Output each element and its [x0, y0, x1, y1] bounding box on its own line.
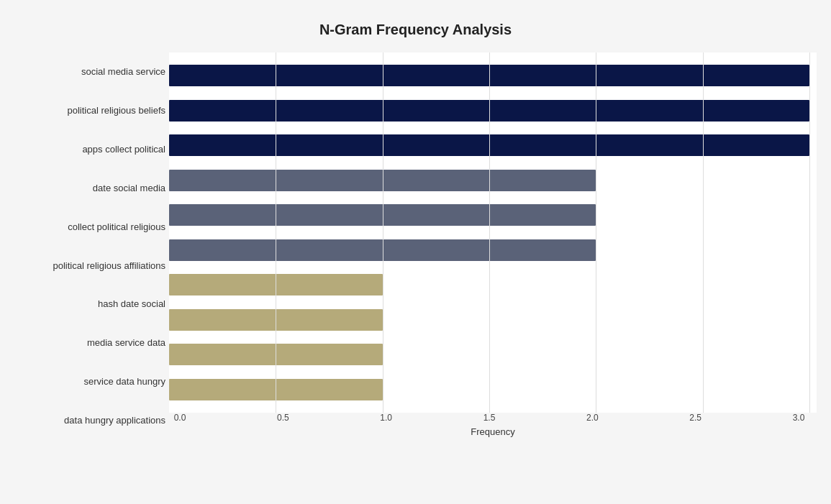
bar — [169, 204, 596, 226]
bar — [169, 65, 809, 86]
bar-row — [169, 341, 809, 368]
bar-row — [169, 201, 809, 229]
grid-line — [809, 52, 810, 413]
y-label: media service data — [14, 336, 165, 350]
bar — [169, 274, 383, 295]
chart-title: N-Gram Frequency Analysis — [14, 14, 817, 38]
bar-row — [169, 237, 809, 264]
bar — [169, 344, 383, 365]
chart-container: N-Gram Frequency Analysis social media s… — [0, 0, 831, 504]
bar — [169, 134, 809, 156]
bar — [169, 379, 383, 400]
x-ticks: 0.00.51.01.52.02.53.0 — [169, 413, 817, 423]
x-tick: 0.5 — [272, 413, 294, 423]
bar — [169, 170, 596, 191]
x-tick: 3.0 — [788, 413, 809, 423]
x-tick: 0.0 — [169, 413, 191, 423]
y-label: apps collect political — [14, 142, 165, 157]
y-label: date social media — [14, 181, 165, 196]
bar-row — [169, 167, 809, 194]
y-label: data hungry applications — [14, 413, 165, 428]
bars-and-xaxis: 0.00.51.01.52.02.53.0 Frequency — [169, 52, 817, 441]
bar — [169, 239, 596, 261]
x-axis-label: Frequency — [169, 426, 817, 437]
bar — [169, 100, 809, 122]
chart-area: social media servicepolitical religious … — [14, 52, 817, 441]
bar-row — [169, 97, 809, 124]
x-tick: 1.0 — [376, 413, 397, 423]
y-label: political religious affiliations — [14, 259, 165, 273]
y-label: political religious beliefs — [14, 104, 165, 118]
bars-area — [169, 52, 817, 413]
y-label: social media service — [14, 65, 165, 79]
y-label: hash date social — [14, 297, 165, 311]
x-tick: 2.0 — [581, 413, 603, 423]
bar-row — [169, 376, 809, 403]
y-label: service data hungry — [14, 375, 165, 389]
y-label: collect political religious — [14, 220, 165, 234]
x-tick: 2.5 — [685, 413, 707, 423]
bar-row — [169, 306, 809, 334]
bar-row — [169, 62, 809, 89]
y-labels: social media servicepolitical religious … — [14, 52, 169, 441]
x-axis: 0.00.51.01.52.02.53.0 Frequency — [169, 413, 817, 441]
x-tick: 1.5 — [478, 413, 500, 423]
bar-row — [169, 271, 809, 298]
bar-row — [169, 132, 809, 159]
bar — [169, 309, 383, 331]
